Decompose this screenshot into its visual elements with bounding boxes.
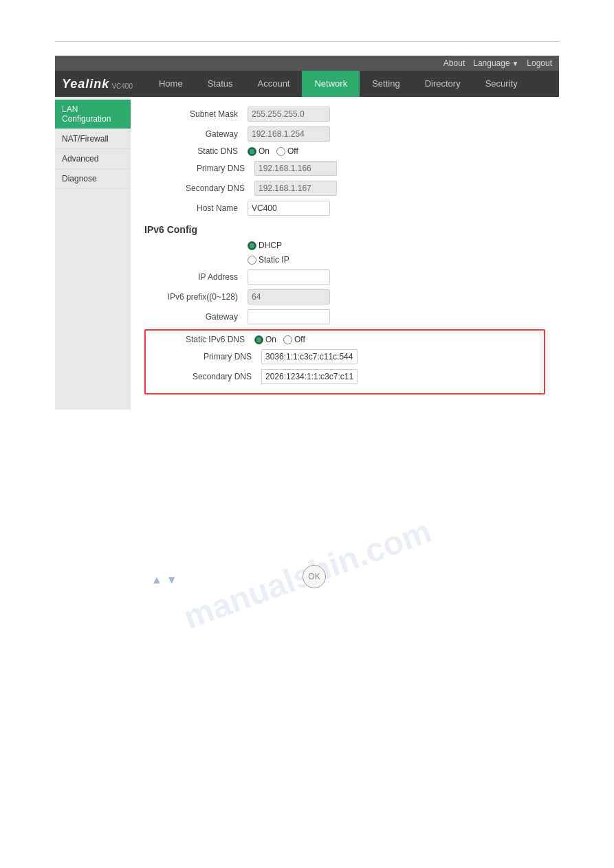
primary-dns-row: Primary DNS: [144, 161, 545, 176]
sidebar-diagnose[interactable]: Diagnose: [55, 169, 131, 189]
static-ipv6-dns-off-radio[interactable]: [283, 335, 292, 344]
about-link[interactable]: About: [443, 58, 465, 68]
language-dropdown[interactable]: Language: [473, 58, 518, 68]
primary-dns6-input[interactable]: [261, 349, 358, 364]
sidebar-advanced[interactable]: Advanced: [55, 149, 131, 169]
static-dns-on-radio[interactable]: [248, 147, 256, 156]
down-arrow-icon[interactable]: ▼: [166, 574, 177, 586]
primary-dns-label: Primary DNS: [144, 164, 254, 173]
top-bar: About Language Logout: [55, 56, 559, 71]
static-dns-off-label[interactable]: Off: [276, 146, 298, 156]
sidebar-lan-configuration[interactable]: LAN Configuration: [55, 100, 131, 129]
secondary-dns6-row: Secondary DNS: [151, 369, 538, 384]
logo-area: Yealink VC400: [62, 77, 133, 91]
subnet-mask-label: Subnet Mask: [144, 109, 248, 119]
ipv6-config-title: IPv6 Config: [144, 224, 545, 235]
nav-account[interactable]: Account: [245, 71, 303, 97]
primary-dns6-row: Primary DNS: [151, 349, 538, 364]
static-ipv6-dns-label: Static IPv6 DNS: [151, 335, 254, 344]
main-nav: Yealink VC400 Home Status Account Networ…: [55, 71, 559, 97]
ipv6-prefix-row: IPv6 prefix((0~128): [144, 289, 545, 304]
static-ipv6-dns-off-label[interactable]: Off: [283, 335, 305, 344]
nav-security[interactable]: Security: [473, 71, 530, 97]
static-dns-off-radio[interactable]: [276, 147, 285, 156]
nav-items: Home Status Account Network Setting Dire…: [146, 71, 552, 97]
static-ipv6-dns-on-radio[interactable]: [254, 335, 263, 344]
gateway-row: Gateway: [144, 126, 545, 142]
nav-setting[interactable]: Setting: [360, 71, 412, 97]
subnet-mask-row: Subnet Mask: [144, 107, 545, 122]
secondary-dns-input[interactable]: [254, 181, 337, 196]
dhcp-label[interactable]: DHCP: [248, 241, 282, 250]
static-ip-row: Static IP: [144, 255, 545, 265]
logo-model: VC400: [111, 82, 133, 90]
gateway6-row: Gateway: [144, 309, 545, 324]
host-name-label: Host Name: [144, 203, 248, 213]
static-ipv6-dns-on-label[interactable]: On: [254, 335, 276, 344]
nav-status[interactable]: Status: [195, 71, 245, 97]
logo-yealink: Yealink: [62, 77, 109, 91]
ipv6-prefix-label: IPv6 prefix((0~128): [144, 292, 248, 302]
static-ipv6-dns-row: Static IPv6 DNS On Off: [151, 335, 538, 344]
gateway-input[interactable]: [248, 126, 330, 142]
ip-address-input[interactable]: [248, 269, 330, 285]
logout-link[interactable]: Logout: [527, 58, 552, 68]
static-dns-row: Static DNS On Off: [144, 146, 545, 156]
gateway6-input[interactable]: [248, 309, 330, 324]
static-ipv6-dns-section: Static IPv6 DNS On Off Primary DNS: [144, 329, 545, 394]
main-content: Subnet Mask Gateway Static DNS On Off: [131, 97, 559, 410]
static-ip-radio[interactable]: [248, 256, 256, 265]
static-dns-on-label[interactable]: On: [248, 146, 270, 156]
ip-address-label: IP Address: [144, 272, 248, 282]
secondary-dns6-input[interactable]: [261, 369, 358, 384]
top-rule: [55, 41, 559, 42]
static-ipv6-dns-radio-group: On Off: [254, 335, 305, 344]
dhcp-radio[interactable]: [248, 241, 256, 250]
ipv6-prefix-input[interactable]: [248, 289, 330, 304]
ok-button-area: OK: [303, 565, 326, 588]
sidebar-nat-firewall[interactable]: NAT/Firewall: [55, 129, 131, 149]
primary-dns6-label: Primary DNS: [151, 352, 261, 361]
secondary-dns-label: Secondary DNS: [144, 183, 254, 193]
ok-button[interactable]: OK: [303, 565, 326, 588]
dhcp-row: DHCP: [144, 241, 545, 250]
gateway6-label: Gateway: [144, 312, 248, 322]
static-dns-radio-group: On Off: [248, 146, 298, 156]
content-area: LAN Configuration NAT/Firewall Advanced …: [55, 97, 559, 410]
subnet-mask-input[interactable]: [248, 107, 330, 122]
up-arrow-icon[interactable]: ▲: [151, 574, 162, 586]
ip-address-row: IP Address: [144, 269, 545, 285]
secondary-dns6-label: Secondary DNS: [151, 372, 261, 381]
host-name-row: Host Name: [144, 201, 545, 216]
nav-directory[interactable]: Directory: [413, 71, 473, 97]
nav-network[interactable]: Network: [302, 71, 360, 97]
host-name-input[interactable]: [248, 201, 330, 216]
nav-arrows: ▲ ▼: [151, 574, 177, 586]
nav-home[interactable]: Home: [146, 71, 195, 97]
sidebar: LAN Configuration NAT/Firewall Advanced …: [55, 97, 131, 410]
static-ip-label[interactable]: Static IP: [248, 255, 289, 265]
primary-dns-input[interactable]: [254, 161, 337, 176]
secondary-dns-row: Secondary DNS: [144, 181, 545, 196]
static-dns-label: Static DNS: [144, 146, 248, 156]
gateway-label: Gateway: [144, 129, 248, 139]
